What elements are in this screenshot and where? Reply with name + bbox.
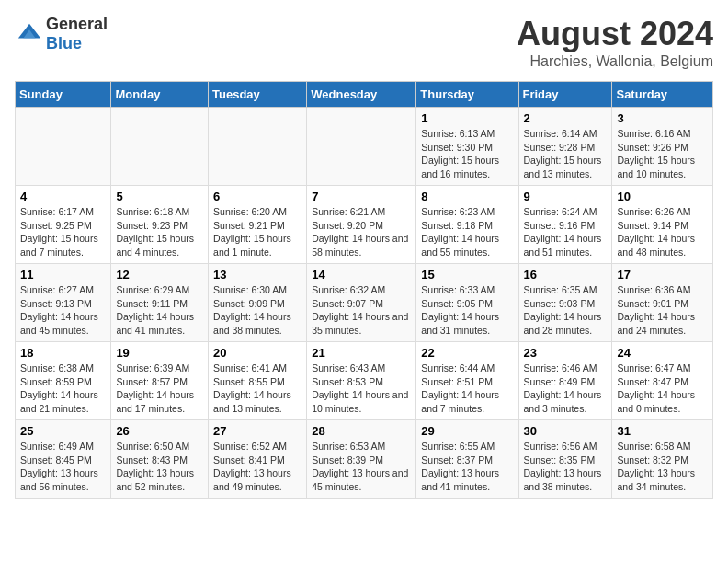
- day-info: Sunrise: 6:50 AMSunset: 8:43 PMDaylight:…: [116, 440, 203, 494]
- day-info: Sunrise: 6:13 AMSunset: 9:30 PMDaylight:…: [421, 127, 513, 181]
- day-info: Sunrise: 6:21 AMSunset: 9:20 PMDaylight:…: [312, 205, 411, 259]
- day-header-saturday: Saturday: [612, 82, 713, 108]
- day-number: 16: [524, 268, 608, 282]
- calendar-cell: [209, 108, 307, 186]
- calendar-cell: 30Sunrise: 6:56 AMSunset: 8:35 PMDayligh…: [518, 420, 612, 499]
- day-number: 19: [116, 346, 203, 360]
- calendar-cell: 19Sunrise: 6:39 AMSunset: 8:57 PMDayligh…: [111, 342, 209, 420]
- calendar-cell: 15Sunrise: 6:33 AMSunset: 9:05 PMDayligh…: [416, 264, 518, 342]
- day-info: Sunrise: 6:27 AMSunset: 9:13 PMDaylight:…: [20, 283, 106, 338]
- calendar-cell: 5Sunrise: 6:18 AMSunset: 9:23 PMDaylight…: [111, 186, 209, 264]
- day-number: 11: [20, 268, 106, 282]
- calendar-cell: 1Sunrise: 6:13 AMSunset: 9:30 PMDaylight…: [416, 108, 518, 186]
- day-info: Sunrise: 6:49 AMSunset: 8:45 PMDaylight:…: [20, 440, 106, 494]
- calendar-cell: 2Sunrise: 6:14 AMSunset: 9:28 PMDaylight…: [518, 108, 612, 186]
- day-number: 12: [116, 268, 203, 282]
- day-number: 5: [116, 190, 203, 203]
- calendar-week-row: 18Sunrise: 6:38 AMSunset: 8:59 PMDayligh…: [16, 342, 713, 420]
- calendar-cell: 23Sunrise: 6:46 AMSunset: 8:49 PMDayligh…: [518, 342, 612, 420]
- day-number: 6: [213, 190, 301, 203]
- day-number: 2: [524, 111, 608, 125]
- calendar-cell: 28Sunrise: 6:53 AMSunset: 8:39 PMDayligh…: [307, 420, 416, 499]
- logo-line2: Blue: [46, 34, 108, 53]
- logo-line1: General: [46, 15, 108, 34]
- day-info: Sunrise: 6:23 AMSunset: 9:18 PMDaylight:…: [421, 205, 513, 259]
- day-header-wednesday: Wednesday: [307, 82, 416, 108]
- calendar-cell: 29Sunrise: 6:55 AMSunset: 8:37 PMDayligh…: [416, 420, 518, 499]
- day-number: 23: [524, 346, 608, 360]
- calendar-cell: 14Sunrise: 6:32 AMSunset: 9:07 PMDayligh…: [307, 264, 416, 342]
- day-info: Sunrise: 6:35 AMSunset: 9:03 PMDaylight:…: [524, 283, 608, 338]
- page-header: General Blue August 2024 Harchies, Wallo…: [15, 15, 713, 70]
- calendar-cell: 8Sunrise: 6:23 AMSunset: 9:18 PMDaylight…: [416, 186, 518, 264]
- day-info: Sunrise: 6:41 AMSunset: 8:55 PMDaylight:…: [213, 362, 301, 416]
- calendar-cell: [16, 108, 111, 186]
- calendar-cell: 27Sunrise: 6:52 AMSunset: 8:41 PMDayligh…: [209, 420, 307, 499]
- day-info: Sunrise: 6:56 AMSunset: 8:35 PMDaylight:…: [524, 440, 608, 494]
- day-info: Sunrise: 6:36 AMSunset: 9:01 PMDaylight:…: [617, 283, 708, 338]
- calendar-cell: 24Sunrise: 6:47 AMSunset: 8:47 PMDayligh…: [612, 342, 713, 420]
- day-number: 20: [213, 346, 301, 360]
- day-info: Sunrise: 6:29 AMSunset: 9:11 PMDaylight:…: [116, 283, 203, 338]
- calendar-cell: 7Sunrise: 6:21 AMSunset: 9:20 PMDaylight…: [307, 186, 416, 264]
- day-info: Sunrise: 6:44 AMSunset: 8:51 PMDaylight:…: [421, 362, 513, 416]
- day-info: Sunrise: 6:39 AMSunset: 8:57 PMDaylight:…: [116, 362, 203, 416]
- calendar-week-row: 25Sunrise: 6:49 AMSunset: 8:45 PMDayligh…: [16, 420, 713, 499]
- logo-icon: [17, 19, 42, 45]
- day-header-monday: Monday: [111, 82, 209, 108]
- day-number: 29: [421, 424, 513, 438]
- calendar-table: SundayMondayTuesdayWednesdayThursdayFrid…: [15, 81, 713, 499]
- day-number: 25: [20, 424, 106, 438]
- calendar-cell: [111, 108, 209, 186]
- title-block: August 2024 Harchies, Wallonia, Belgium: [517, 15, 713, 70]
- sub-title: Harchies, Wallonia, Belgium: [517, 53, 713, 70]
- day-number: 10: [617, 190, 708, 203]
- calendar-cell: 4Sunrise: 6:17 AMSunset: 9:25 PMDaylight…: [16, 186, 111, 264]
- day-info: Sunrise: 6:43 AMSunset: 8:53 PMDaylight:…: [312, 362, 411, 416]
- calendar-cell: 20Sunrise: 6:41 AMSunset: 8:55 PMDayligh…: [209, 342, 307, 420]
- day-header-tuesday: Tuesday: [209, 82, 307, 108]
- calendar-cell: 18Sunrise: 6:38 AMSunset: 8:59 PMDayligh…: [16, 342, 111, 420]
- day-number: 27: [213, 424, 301, 438]
- day-info: Sunrise: 6:20 AMSunset: 9:21 PMDaylight:…: [213, 205, 301, 259]
- calendar-cell: [307, 108, 416, 186]
- day-info: Sunrise: 6:17 AMSunset: 9:25 PMDaylight:…: [20, 205, 106, 259]
- calendar-cell: 11Sunrise: 6:27 AMSunset: 9:13 PMDayligh…: [16, 264, 111, 342]
- day-info: Sunrise: 6:24 AMSunset: 9:16 PMDaylight:…: [524, 205, 608, 259]
- day-info: Sunrise: 6:14 AMSunset: 9:28 PMDaylight:…: [524, 127, 608, 181]
- day-number: 24: [617, 346, 708, 360]
- day-number: 8: [421, 190, 513, 203]
- day-info: Sunrise: 6:26 AMSunset: 9:14 PMDaylight:…: [617, 205, 708, 259]
- calendar-cell: 13Sunrise: 6:30 AMSunset: 9:09 PMDayligh…: [209, 264, 307, 342]
- calendar-cell: 16Sunrise: 6:35 AMSunset: 9:03 PMDayligh…: [518, 264, 612, 342]
- day-number: 17: [617, 268, 708, 282]
- day-info: Sunrise: 6:30 AMSunset: 9:09 PMDaylight:…: [213, 283, 301, 338]
- calendar-cell: 25Sunrise: 6:49 AMSunset: 8:45 PMDayligh…: [16, 420, 111, 499]
- calendar-cell: 22Sunrise: 6:44 AMSunset: 8:51 PMDayligh…: [416, 342, 518, 420]
- calendar-cell: 9Sunrise: 6:24 AMSunset: 9:16 PMDaylight…: [518, 186, 612, 264]
- day-info: Sunrise: 6:46 AMSunset: 8:49 PMDaylight:…: [524, 362, 608, 416]
- main-title: August 2024: [517, 15, 713, 53]
- day-number: 13: [213, 268, 301, 282]
- day-info: Sunrise: 6:32 AMSunset: 9:07 PMDaylight:…: [312, 283, 411, 338]
- day-info: Sunrise: 6:18 AMSunset: 9:23 PMDaylight:…: [116, 205, 203, 259]
- day-info: Sunrise: 6:55 AMSunset: 8:37 PMDaylight:…: [421, 440, 513, 494]
- day-number: 14: [312, 268, 411, 282]
- day-number: 22: [421, 346, 513, 360]
- logo: General Blue: [15, 15, 108, 52]
- calendar-header-row: SundayMondayTuesdayWednesdayThursdayFrid…: [16, 82, 713, 108]
- day-number: 9: [524, 190, 608, 203]
- calendar-cell: 12Sunrise: 6:29 AMSunset: 9:11 PMDayligh…: [111, 264, 209, 342]
- day-info: Sunrise: 6:38 AMSunset: 8:59 PMDaylight:…: [20, 362, 106, 416]
- day-header-thursday: Thursday: [416, 82, 518, 108]
- day-info: Sunrise: 6:53 AMSunset: 8:39 PMDaylight:…: [312, 440, 411, 494]
- day-info: Sunrise: 6:47 AMSunset: 8:47 PMDaylight:…: [617, 362, 708, 416]
- day-number: 30: [524, 424, 608, 438]
- calendar-week-row: 1Sunrise: 6:13 AMSunset: 9:30 PMDaylight…: [16, 108, 713, 186]
- calendar-cell: 26Sunrise: 6:50 AMSunset: 8:43 PMDayligh…: [111, 420, 209, 499]
- day-number: 1: [421, 111, 513, 125]
- calendar-week-row: 4Sunrise: 6:17 AMSunset: 9:25 PMDaylight…: [16, 186, 713, 264]
- day-number: 7: [312, 190, 411, 203]
- calendar-cell: 6Sunrise: 6:20 AMSunset: 9:21 PMDaylight…: [209, 186, 307, 264]
- day-number: 21: [312, 346, 411, 360]
